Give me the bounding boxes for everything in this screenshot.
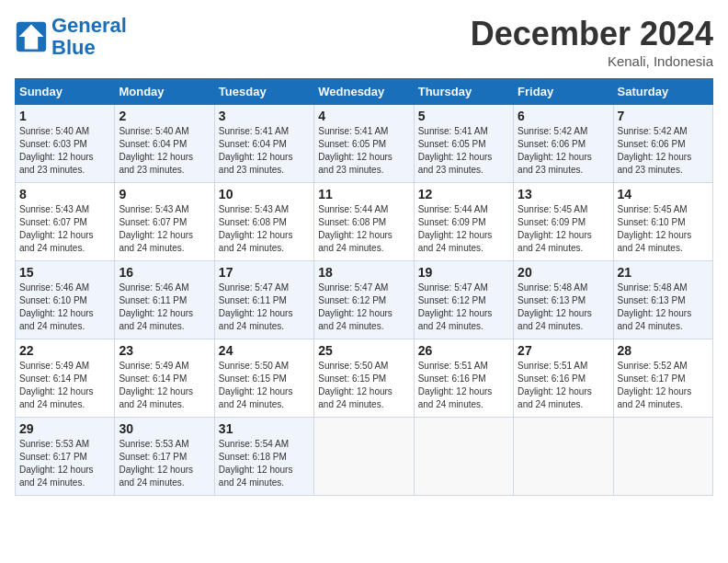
day-info: Sunrise: 5:51 AMSunset: 6:16 PMDaylight:… bbox=[418, 360, 509, 411]
calendar-cell: 22Sunrise: 5:49 AMSunset: 6:14 PMDayligh… bbox=[16, 339, 115, 418]
calendar-table: SundayMondayTuesdayWednesdayThursdayFrid… bbox=[15, 78, 713, 496]
day-info: Sunrise: 5:53 AMSunset: 6:17 PMDaylight:… bbox=[119, 438, 210, 489]
day-info: Sunrise: 5:42 AMSunset: 6:06 PMDaylight:… bbox=[518, 125, 609, 177]
calendar-cell: 31Sunrise: 5:54 AMSunset: 6:18 PMDayligh… bbox=[214, 418, 313, 496]
day-number: 24 bbox=[219, 343, 310, 358]
day-number: 21 bbox=[618, 265, 709, 280]
calendar-cell bbox=[414, 418, 513, 496]
calendar-cell bbox=[514, 418, 613, 496]
calendar-cell: 8Sunrise: 5:43 AMSunset: 6:07 PMDaylight… bbox=[16, 183, 115, 261]
day-info: Sunrise: 5:44 AMSunset: 6:08 PMDaylight:… bbox=[318, 203, 409, 255]
day-info: Sunrise: 5:51 AMSunset: 6:16 PMDaylight:… bbox=[518, 360, 609, 411]
day-info: Sunrise: 5:43 AMSunset: 6:08 PMDaylight:… bbox=[219, 203, 310, 255]
calendar-cell: 12Sunrise: 5:44 AMSunset: 6:09 PMDayligh… bbox=[414, 183, 513, 261]
calendar-cell: 5Sunrise: 5:41 AMSunset: 6:05 PMDaylight… bbox=[414, 105, 513, 183]
day-info: Sunrise: 5:46 AMSunset: 6:11 PMDaylight:… bbox=[119, 282, 210, 333]
weekday-header-row: SundayMondayTuesdayWednesdayThursdayFrid… bbox=[16, 79, 713, 105]
day-number: 7 bbox=[618, 109, 709, 123]
day-number: 31 bbox=[219, 421, 310, 436]
weekday-header-saturday: Saturday bbox=[613, 79, 712, 105]
calendar-cell: 13Sunrise: 5:45 AMSunset: 6:09 PMDayligh… bbox=[514, 183, 613, 261]
calendar-cell: 29Sunrise: 5:53 AMSunset: 6:17 PMDayligh… bbox=[16, 418, 115, 496]
weekday-header-monday: Monday bbox=[115, 79, 214, 105]
day-number: 25 bbox=[318, 343, 409, 358]
calendar-cell: 30Sunrise: 5:53 AMSunset: 6:17 PMDayligh… bbox=[115, 418, 214, 496]
calendar-week-row: 22Sunrise: 5:49 AMSunset: 6:14 PMDayligh… bbox=[16, 339, 713, 418]
calendar-cell: 10Sunrise: 5:43 AMSunset: 6:08 PMDayligh… bbox=[214, 183, 313, 261]
calendar-week-row: 29Sunrise: 5:53 AMSunset: 6:17 PMDayligh… bbox=[16, 418, 713, 496]
day-info: Sunrise: 5:45 AMSunset: 6:10 PMDaylight:… bbox=[618, 203, 709, 255]
day-number: 2 bbox=[119, 109, 210, 123]
calendar-cell: 2Sunrise: 5:40 AMSunset: 6:04 PMDaylight… bbox=[115, 105, 214, 183]
day-info: Sunrise: 5:46 AMSunset: 6:10 PMDaylight:… bbox=[19, 282, 110, 333]
calendar-cell: 16Sunrise: 5:46 AMSunset: 6:11 PMDayligh… bbox=[115, 261, 214, 339]
day-number: 15 bbox=[19, 265, 110, 280]
day-info: Sunrise: 5:52 AMSunset: 6:17 PMDaylight:… bbox=[618, 360, 709, 411]
calendar-cell: 7Sunrise: 5:42 AMSunset: 6:06 PMDaylight… bbox=[613, 105, 712, 183]
day-info: Sunrise: 5:43 AMSunset: 6:07 PMDaylight:… bbox=[119, 203, 210, 255]
calendar-cell: 9Sunrise: 5:43 AMSunset: 6:07 PMDaylight… bbox=[115, 183, 214, 261]
day-number: 18 bbox=[318, 265, 409, 280]
calendar-cell: 23Sunrise: 5:49 AMSunset: 6:14 PMDayligh… bbox=[115, 339, 214, 418]
calendar-cell bbox=[613, 418, 712, 496]
day-info: Sunrise: 5:50 AMSunset: 6:15 PMDaylight:… bbox=[219, 360, 310, 411]
day-number: 20 bbox=[518, 265, 609, 280]
day-number: 26 bbox=[418, 343, 509, 358]
day-number: 5 bbox=[418, 109, 509, 123]
day-number: 10 bbox=[219, 187, 310, 201]
day-info: Sunrise: 5:45 AMSunset: 6:09 PMDaylight:… bbox=[518, 203, 609, 255]
day-number: 29 bbox=[19, 421, 110, 436]
calendar-cell: 25Sunrise: 5:50 AMSunset: 6:15 PMDayligh… bbox=[314, 339, 414, 418]
day-number: 17 bbox=[219, 265, 310, 280]
day-number: 3 bbox=[219, 109, 310, 123]
calendar-cell: 6Sunrise: 5:42 AMSunset: 6:06 PMDaylight… bbox=[514, 105, 613, 183]
day-info: Sunrise: 5:42 AMSunset: 6:06 PMDaylight:… bbox=[618, 125, 709, 177]
day-info: Sunrise: 5:48 AMSunset: 6:13 PMDaylight:… bbox=[518, 282, 609, 333]
day-number: 8 bbox=[19, 187, 110, 201]
calendar-cell: 26Sunrise: 5:51 AMSunset: 6:16 PMDayligh… bbox=[414, 339, 513, 418]
day-info: Sunrise: 5:47 AMSunset: 6:12 PMDaylight:… bbox=[418, 282, 509, 333]
weekday-header-sunday: Sunday bbox=[16, 79, 115, 105]
day-info: Sunrise: 5:41 AMSunset: 6:04 PMDaylight:… bbox=[219, 125, 310, 177]
weekday-header-tuesday: Tuesday bbox=[214, 79, 313, 105]
day-number: 4 bbox=[318, 109, 409, 123]
logo: General Blue bbox=[15, 15, 127, 59]
calendar-cell: 20Sunrise: 5:48 AMSunset: 6:13 PMDayligh… bbox=[514, 261, 613, 339]
calendar-week-row: 8Sunrise: 5:43 AMSunset: 6:07 PMDaylight… bbox=[16, 183, 713, 261]
calendar-cell: 18Sunrise: 5:47 AMSunset: 6:12 PMDayligh… bbox=[314, 261, 414, 339]
day-info: Sunrise: 5:49 AMSunset: 6:14 PMDaylight:… bbox=[19, 360, 110, 411]
logo-text: General Blue bbox=[51, 15, 127, 59]
day-info: Sunrise: 5:49 AMSunset: 6:14 PMDaylight:… bbox=[119, 360, 210, 411]
day-info: Sunrise: 5:41 AMSunset: 6:05 PMDaylight:… bbox=[318, 125, 409, 177]
day-info: Sunrise: 5:44 AMSunset: 6:09 PMDaylight:… bbox=[418, 203, 509, 255]
calendar-cell bbox=[314, 418, 414, 496]
month-title: December 2024 bbox=[471, 15, 713, 53]
calendar-week-row: 1Sunrise: 5:40 AMSunset: 6:03 PMDaylight… bbox=[16, 105, 713, 183]
day-number: 19 bbox=[418, 265, 509, 280]
day-number: 9 bbox=[119, 187, 210, 201]
weekday-header-friday: Friday bbox=[514, 79, 613, 105]
calendar-cell: 21Sunrise: 5:48 AMSunset: 6:13 PMDayligh… bbox=[613, 261, 712, 339]
day-number: 16 bbox=[119, 265, 210, 280]
day-info: Sunrise: 5:53 AMSunset: 6:17 PMDaylight:… bbox=[19, 438, 110, 489]
calendar-week-row: 15Sunrise: 5:46 AMSunset: 6:10 PMDayligh… bbox=[16, 261, 713, 339]
title-block: December 2024 Kenali, Indonesia bbox=[471, 15, 713, 69]
location: Kenali, Indonesia bbox=[471, 53, 713, 69]
day-info: Sunrise: 5:40 AMSunset: 6:04 PMDaylight:… bbox=[119, 125, 210, 177]
day-info: Sunrise: 5:54 AMSunset: 6:18 PMDaylight:… bbox=[219, 438, 310, 489]
day-info: Sunrise: 5:41 AMSunset: 6:05 PMDaylight:… bbox=[418, 125, 509, 177]
day-number: 28 bbox=[618, 343, 709, 358]
weekday-header-thursday: Thursday bbox=[414, 79, 513, 105]
day-number: 12 bbox=[418, 187, 509, 201]
day-info: Sunrise: 5:48 AMSunset: 6:13 PMDaylight:… bbox=[618, 282, 709, 333]
day-number: 22 bbox=[19, 343, 110, 358]
calendar-cell: 17Sunrise: 5:47 AMSunset: 6:11 PMDayligh… bbox=[214, 261, 313, 339]
calendar-cell: 4Sunrise: 5:41 AMSunset: 6:05 PMDaylight… bbox=[314, 105, 414, 183]
day-number: 14 bbox=[618, 187, 709, 201]
day-number: 11 bbox=[318, 187, 409, 201]
day-number: 23 bbox=[119, 343, 210, 358]
calendar-cell: 28Sunrise: 5:52 AMSunset: 6:17 PMDayligh… bbox=[613, 339, 712, 418]
day-info: Sunrise: 5:47 AMSunset: 6:12 PMDaylight:… bbox=[318, 282, 409, 333]
day-info: Sunrise: 5:40 AMSunset: 6:03 PMDaylight:… bbox=[19, 125, 110, 177]
logo-icon bbox=[15, 20, 48, 53]
